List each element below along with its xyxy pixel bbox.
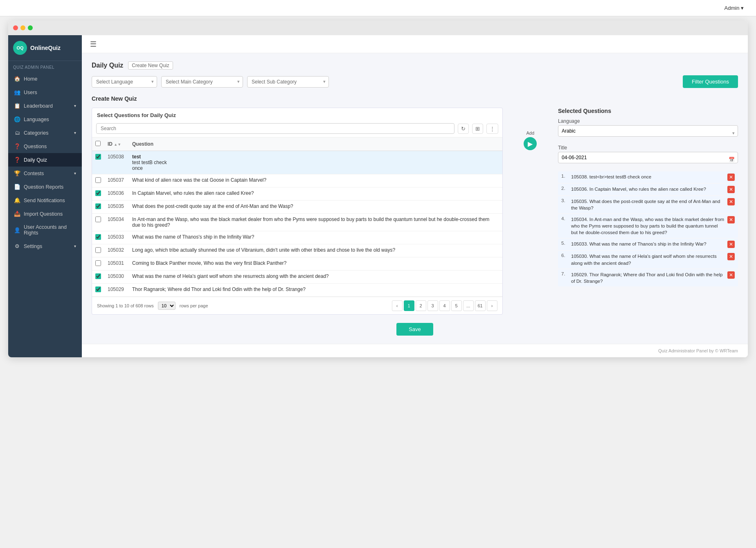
add-column: Selected Questions Add ▶ xyxy=(511,108,550,150)
page-button[interactable]: ‹ xyxy=(392,300,403,311)
sidebar-item-label: Send Notifications xyxy=(24,198,65,203)
row-checkbox[interactable] xyxy=(95,216,101,222)
page-button[interactable]: 5 xyxy=(451,300,462,311)
chevron-icon: ▾ xyxy=(74,131,76,135)
sidebar-item-languages[interactable]: 🌐 Languages xyxy=(8,113,82,126)
selected-item-num: 6. xyxy=(561,253,569,258)
sidebar-item-label: Settings xyxy=(24,244,42,249)
table-cell-id: 105034 xyxy=(104,214,129,231)
table-cell-id: 105031 xyxy=(104,257,129,271)
select-all-checkbox[interactable] xyxy=(95,141,101,146)
table-footer: Showing 1 to 10 of 608 rows 10 rows per … xyxy=(92,297,502,314)
sidebar-item-label: Users xyxy=(24,90,37,95)
main-content: Daily Quiz Create New Quiz Select Langua… xyxy=(82,53,748,344)
columns-button[interactable]: ⊞ xyxy=(472,124,483,134)
sub-category-select[interactable]: Select Sub Category xyxy=(247,76,329,88)
language-select[interactable]: Select Language xyxy=(92,76,157,88)
table-row: In Captain Marvel, who rules the alien r… xyxy=(129,187,502,201)
remove-selected-button[interactable]: ✕ xyxy=(727,198,735,205)
selected-item: 2.105036. In Captain Marvel, who rules t… xyxy=(558,184,738,195)
page-button[interactable]: 3 xyxy=(428,300,438,311)
sidebar-item-users[interactable]: 👥 Users xyxy=(8,86,82,99)
search-input[interactable] xyxy=(96,123,454,134)
admin-label[interactable]: Admin ▾ xyxy=(724,5,744,11)
users-icon: 👥 xyxy=(14,89,20,95)
sidebar-item-home[interactable]: 🏠 Home xyxy=(8,72,82,86)
selected-item-num: 7. xyxy=(561,271,569,276)
selected-item-text: 105030. What was the name of Hela's gian… xyxy=(571,253,725,266)
remove-selected-button[interactable]: ✕ xyxy=(727,216,735,223)
sidebar: OQ OnlineQuiz Quiz Admin Panel 🏠 Home 👥 … xyxy=(8,35,82,357)
sidebar-item-label: Question Reports xyxy=(24,184,63,190)
add-to-selected-button[interactable]: ▶ xyxy=(524,137,537,150)
selected-item-num: 2. xyxy=(561,186,569,191)
page-button[interactable]: 61 xyxy=(475,300,486,311)
row-checkbox[interactable] xyxy=(95,190,101,196)
selected-item: 6.105030. What was the name of Hela's gi… xyxy=(558,251,738,268)
selected-item-text: 105029. Thor Ragnarok; Where did Thor an… xyxy=(571,271,725,284)
sidebar-item-questions[interactable]: ❓ Questions xyxy=(8,140,82,153)
create-new-quiz-section-title: Create New Quiz xyxy=(92,95,738,102)
row-checkbox[interactable] xyxy=(95,247,101,253)
selected-language-select[interactable]: Arabic xyxy=(558,125,738,137)
sidebar-item-label: Languages xyxy=(24,117,49,122)
add-text: Add xyxy=(526,131,535,135)
main-category-select[interactable]: Select Main Category xyxy=(161,76,243,88)
sidebar-item-contests[interactable]: 🏆 Contests ▾ xyxy=(8,167,82,180)
contests-icon: 🏆 xyxy=(14,170,20,176)
row-checkbox[interactable] xyxy=(95,203,101,209)
table-cell-id: 105030 xyxy=(104,271,129,284)
sidebar-panel-label: Quiz Admin Panel xyxy=(8,61,82,72)
remove-selected-button[interactable]: ✕ xyxy=(727,241,735,248)
page-button[interactable]: 2 xyxy=(416,300,426,311)
row-checkbox[interactable] xyxy=(95,286,101,292)
rows-per-page-label: rows per page xyxy=(180,303,208,308)
sort-arrow: ▲▼ xyxy=(114,142,121,147)
selected-item-text: 105036. In Captain Marvel, who rules the… xyxy=(571,186,725,192)
remove-selected-button[interactable]: ✕ xyxy=(727,271,735,279)
sidebar-item-settings[interactable]: ⚙ Settings ▾ xyxy=(8,239,82,253)
selected-item: 3.105035. What does the post-credit quot… xyxy=(558,196,738,213)
selected-item-num: 1. xyxy=(561,174,569,178)
selected-list: 1.105038. test<br>test testB check once✕… xyxy=(558,171,738,286)
sidebar-item-leaderboard[interactable]: 📋 Leaderboard ▾ xyxy=(8,99,82,113)
selected-item-num: 3. xyxy=(561,198,569,203)
create-new-quiz-button[interactable]: Create New Quiz xyxy=(128,61,173,70)
row-checkbox[interactable] xyxy=(95,154,101,160)
showing-text: Showing 1 to 10 of 608 rows xyxy=(97,303,154,308)
sidebar-item-categories[interactable]: 🗂 Categories ▾ xyxy=(8,126,82,140)
more-options-button[interactable]: ⋮ xyxy=(486,124,498,134)
selected-item-text: 105035. What does the post-credit quote … xyxy=(571,198,725,211)
sidebar-item-daily-quiz[interactable]: ❓ Daily Quiz xyxy=(8,153,82,167)
sidebar-item-send-notifications[interactable]: 🔔 Send Notifications xyxy=(8,194,82,207)
remove-selected-button[interactable]: ✕ xyxy=(727,174,735,181)
save-button[interactable]: Save xyxy=(396,323,433,336)
page-button[interactable]: ... xyxy=(463,300,474,311)
page-button[interactable]: 4 xyxy=(439,300,450,311)
row-checkbox[interactable] xyxy=(95,273,101,279)
selected-item-num: 4. xyxy=(561,216,569,221)
selected-item-text: 105033. What was the name of Thanos's sh… xyxy=(571,241,725,247)
sidebar-item-user-accounts[interactable]: 👤 User Accounts and Rights xyxy=(8,221,82,239)
title-date-input[interactable] xyxy=(558,152,738,163)
sidebar-item-question-reports[interactable]: 📄 Question Reports xyxy=(8,180,82,194)
remove-selected-button[interactable]: ✕ xyxy=(727,186,735,193)
table-row: Thor Ragnarok; Where did Thor and Loki f… xyxy=(129,284,502,297)
selected-item-text: 105038. test<br>test testB check once xyxy=(571,174,725,180)
page-button[interactable]: › xyxy=(487,300,497,311)
user-accounts-icon: 👤 xyxy=(14,227,20,233)
hamburger-button[interactable]: ☰ xyxy=(90,40,97,49)
sidebar-item-label: Import Questions xyxy=(24,211,63,217)
selected-item-num: 5. xyxy=(561,241,569,246)
page-button[interactable]: 1 xyxy=(404,300,414,311)
refresh-button[interactable]: ↻ xyxy=(458,124,469,134)
row-checkbox[interactable] xyxy=(95,260,101,266)
logo-icon: OQ xyxy=(13,41,27,55)
rows-per-page-select[interactable]: 10 xyxy=(158,302,176,310)
filter-questions-button[interactable]: Filter Questions xyxy=(683,75,738,88)
table-row: What was the name of Thanos's ship in th… xyxy=(129,231,502,244)
row-checkbox[interactable] xyxy=(95,234,101,240)
row-checkbox[interactable] xyxy=(95,177,101,183)
remove-selected-button[interactable]: ✕ xyxy=(727,253,735,260)
sidebar-item-import-questions[interactable]: 📥 Import Questions xyxy=(8,207,82,221)
